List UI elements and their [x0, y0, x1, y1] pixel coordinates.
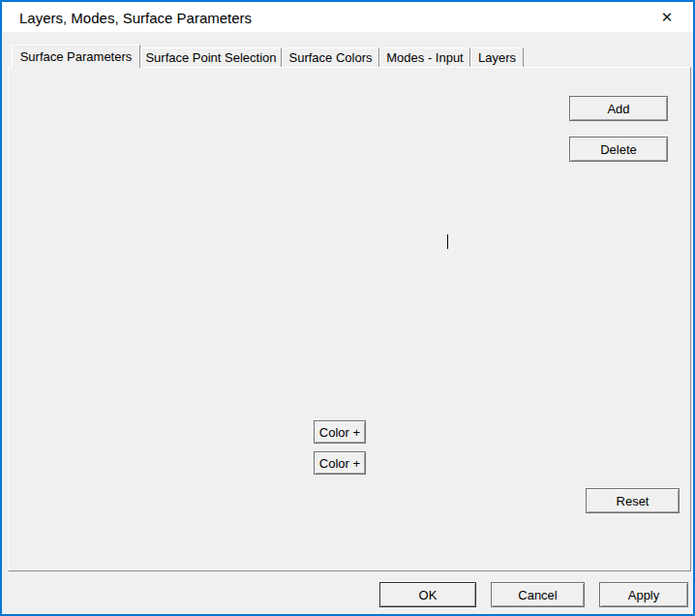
apply-button[interactable]: Apply [599, 582, 688, 607]
dialog-window: Layers, Modes, Surface Parameters ✕ Surf… [0, 0, 695, 616]
cancel-button[interactable]: Cancel [491, 582, 585, 607]
reset-button[interactable]: Reset [586, 488, 680, 513]
window-title: Layers, Modes, Surface Parameters [19, 10, 252, 26]
close-icon[interactable]: ✕ [650, 7, 683, 28]
text-caret [447, 234, 448, 249]
major-color-button[interactable]: Color + [314, 420, 366, 444]
title-bar: Layers, Modes, Surface Parameters ✕ [2, 2, 693, 32]
tab-modes-input[interactable]: Modes - Input [379, 47, 470, 67]
delete-button[interactable]: Delete [569, 137, 668, 162]
tab-surface-point-selection[interactable]: Surface Point Selection [140, 47, 282, 67]
add-button[interactable]: Add [569, 96, 668, 121]
tab-surface-parameters[interactable]: Surface Parameters [12, 45, 140, 68]
tab-surface-colors[interactable]: Surface Colors [282, 47, 379, 67]
ok-button[interactable]: OK [379, 582, 476, 607]
tab-layers[interactable]: Layers [470, 47, 524, 67]
minor-color-button[interactable]: Color + [314, 451, 366, 475]
